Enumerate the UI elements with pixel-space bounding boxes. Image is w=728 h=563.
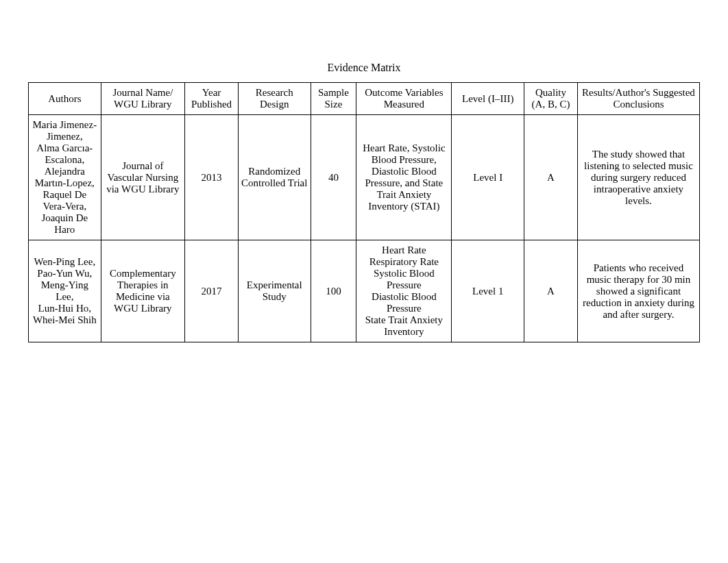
page-title: Evidence Matrix: [27, 62, 701, 74]
table-row: Wen-Ping Lee,Pao-Yun Wu,Meng-Ying Lee,Lu…: [29, 240, 700, 342]
header-results: Results/Author's Suggested Conclusions: [577, 83, 699, 115]
header-design: Research Design: [238, 83, 311, 115]
cell-design: Experimental Study: [238, 240, 311, 342]
header-level: Level (I–III): [452, 83, 524, 115]
evidence-matrix-table: Authors Journal Name/WGU Library Year Pu…: [28, 82, 700, 342]
header-sample: Sample Size: [311, 83, 356, 115]
table-header-row: Authors Journal Name/WGU Library Year Pu…: [29, 83, 700, 115]
header-journal: Journal Name/WGU Library: [101, 83, 184, 115]
table-row: Maria Jimenez-Jimenez,Alma Garcıa-Escalo…: [29, 115, 700, 240]
cell-journal: Complementary Therapies in Medicine via …: [101, 240, 184, 342]
cell-quality: A: [524, 240, 578, 342]
header-year: Year Published: [185, 83, 239, 115]
cell-authors: Wen-Ping Lee,Pao-Yun Wu,Meng-Ying Lee,Lu…: [29, 240, 101, 342]
cell-sample: 100: [311, 240, 356, 342]
header-quality: Quality(A, B, C): [524, 83, 578, 115]
cell-year: 2017: [185, 240, 239, 342]
cell-sample: 40: [311, 115, 356, 240]
cell-quality: A: [524, 115, 578, 240]
cell-level: Level 1: [452, 240, 524, 342]
cell-outcome: Heart Rate, Systolic Blood Pressure, Dia…: [356, 115, 452, 240]
cell-design: Randomized Controlled Trial: [238, 115, 311, 240]
cell-journal: Journal of Vascular Nursing via WGU Libr…: [101, 115, 184, 240]
cell-results: Patients who received music therapy for …: [577, 240, 699, 342]
cell-year: 2013: [185, 115, 239, 240]
cell-results: The study showed that listening to selec…: [577, 115, 699, 240]
cell-authors: Maria Jimenez-Jimenez,Alma Garcıa-Escalo…: [29, 115, 101, 240]
header-authors: Authors: [29, 83, 101, 115]
cell-level: Level I: [452, 115, 524, 240]
cell-outcome: Heart RateRespiratory RateSystolic Blood…: [356, 240, 452, 342]
header-outcome: Outcome Variables Measured: [356, 83, 452, 115]
